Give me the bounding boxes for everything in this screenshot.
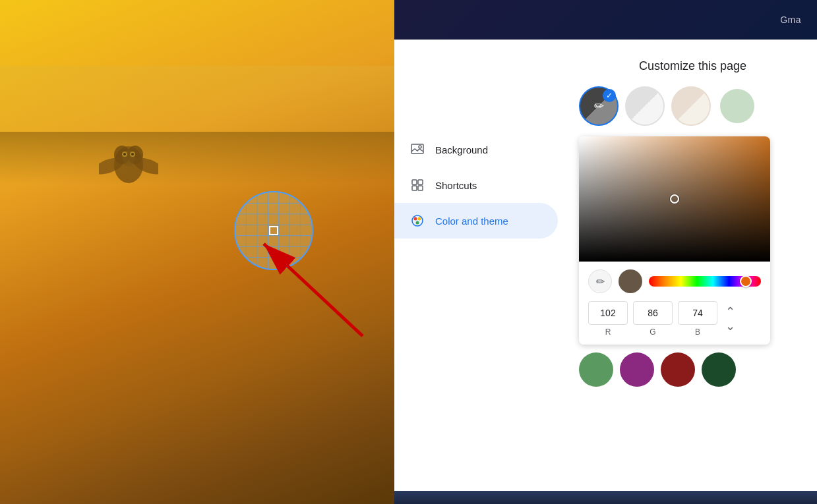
- svg-rect-26: [412, 180, 417, 184]
- content-section: Customize this page ✏ ✓: [566, 40, 817, 504]
- g-input[interactable]: [633, 301, 673, 325]
- g-input-group: G: [633, 301, 673, 337]
- r-input-group: R: [588, 301, 628, 337]
- shortcuts-icon: [410, 178, 425, 192]
- picker-row2: R G B ⌃⌄: [588, 301, 761, 337]
- bottom-dark-bar: [394, 491, 817, 504]
- shortcuts-label: Shortcuts: [435, 180, 477, 191]
- selected-checkmark: ✓: [603, 89, 616, 102]
- color-theme-icon: [410, 213, 425, 228]
- background-icon: [410, 142, 425, 157]
- nav-item-color-theme[interactable]: Color and theme: [394, 203, 558, 238]
- nav-section: Background Shortcuts: [394, 40, 566, 504]
- more-circles-row: [579, 352, 806, 387]
- customize-panel: Background Shortcuts: [394, 40, 817, 504]
- color-picker-popup: ✏ R G: [579, 136, 770, 345]
- dark-green-circle[interactable]: [702, 352, 736, 387]
- nav-item-background[interactable]: Background: [394, 132, 558, 167]
- svg-rect-24: [411, 144, 423, 154]
- color-theme-label: Color and theme: [435, 215, 508, 227]
- eyedropper-button[interactable]: ✏: [588, 269, 612, 293]
- mode-switcher[interactable]: ⌃⌄: [725, 304, 735, 333]
- svg-point-25: [419, 146, 421, 148]
- brand-text: Gma: [780, 14, 801, 25]
- nav-item-shortcuts[interactable]: Shortcuts: [394, 167, 558, 203]
- svg-point-31: [414, 217, 417, 221]
- color-preview: [619, 269, 642, 293]
- rainbow-slider[interactable]: [649, 276, 761, 287]
- dark-theme-circle[interactable]: ✏ ✓: [579, 86, 619, 126]
- beige-theme-circle[interactable]: [671, 86, 711, 126]
- svg-point-33: [416, 221, 419, 225]
- b-label: B: [695, 327, 700, 337]
- picker-row1: ✏: [588, 269, 761, 293]
- background-label: Background: [435, 144, 488, 155]
- dark-red-circle[interactable]: [661, 352, 695, 387]
- picker-controls: ✏ R G: [579, 262, 770, 345]
- trees-silhouette: [0, 132, 394, 184]
- color-picker-dot: [670, 194, 679, 204]
- top-bar: Gma: [394, 0, 817, 40]
- b-input-group: B: [678, 301, 717, 337]
- svg-rect-27: [418, 180, 423, 184]
- theme-circles-row: ✏ ✓: [579, 86, 806, 126]
- r-label: R: [605, 327, 611, 337]
- green-light-circle[interactable]: [720, 89, 754, 123]
- svg-rect-29: [418, 186, 423, 190]
- light-gray-theme-circle[interactable]: [625, 86, 665, 126]
- g-label: G: [650, 327, 655, 337]
- purple-circle[interactable]: [620, 352, 654, 387]
- rainbow-thumb: [740, 275, 752, 287]
- svg-point-32: [418, 217, 421, 221]
- svg-rect-28: [412, 186, 417, 190]
- svg-point-30: [412, 215, 423, 226]
- eyedropper-icon: ✏: [594, 99, 604, 113]
- magnifier-circle: [234, 191, 313, 270]
- green-medium-circle[interactable]: [579, 352, 613, 387]
- r-input[interactable]: [588, 301, 628, 325]
- background-photo: [0, 0, 394, 504]
- magnifier-center: [269, 226, 278, 235]
- page-title: Customize this page: [579, 53, 806, 73]
- b-input[interactable]: [678, 301, 717, 325]
- color-gradient-canvas[interactable]: [579, 136, 770, 262]
